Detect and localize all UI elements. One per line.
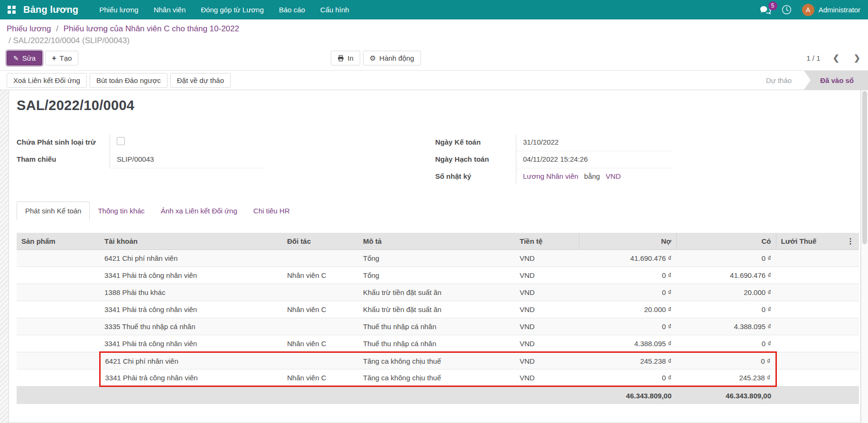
table-row[interactable]: 3341 Phải trả công nhân viênNhân viên CT… — [17, 267, 859, 284]
tab-phat-sinh-ke-toan[interactable]: Phát sinh Kế toán — [17, 202, 90, 220]
optional-columns-icon[interactable]: ⋮ — [838, 233, 859, 250]
status-step-posted[interactable]: Đã vào sổ — [804, 71, 868, 90]
col-header-description[interactable]: Mô tả — [358, 233, 515, 250]
nav-item-bao-cao[interactable]: Báo cáo — [272, 1, 312, 18]
user-menu[interactable]: A Administrator — [802, 4, 860, 16]
pager-previous-button[interactable]: ❮ — [833, 53, 840, 63]
col-header-credit[interactable]: Có — [676, 233, 776, 250]
cell-debit: 0 ₫ — [579, 369, 676, 386]
breadcrumb-link-payslips[interactable]: Phiếu lương — [7, 24, 51, 33]
apps-menu-icon[interactable] — [8, 6, 16, 14]
journal-currency-link[interactable]: VND — [606, 172, 621, 180]
activities-clock-icon[interactable] — [782, 5, 792, 15]
cell-description: Khấu trừ tiền đặt suất ăn — [358, 301, 515, 318]
cell-credit: 4.388.095 ₫ — [676, 318, 776, 335]
table-row[interactable]: 6421 Chi phí nhân viênTăng ca không chịu… — [17, 352, 859, 369]
cell-debit: 245.238 ₫ — [579, 352, 676, 369]
table-row[interactable]: 6421 Chi phí nhân viênTổngVND41.690.476 … — [17, 250, 859, 267]
reverse-entry-button[interactable]: Bút toán Đảo ngược — [90, 73, 168, 88]
col-header-currency[interactable]: Tiền tệ — [515, 233, 579, 250]
cell-partner: Nhân viên C — [282, 267, 358, 284]
nav-item-phieu-luong[interactable]: Phiếu lương — [93, 1, 145, 18]
cell-tax-grid — [776, 352, 838, 369]
posting-date-label: Ngày Hạch toán — [435, 151, 516, 167]
cell-description: Tăng ca không chịu thuế — [358, 352, 515, 369]
accounting-date-value: 31/10/2022 — [516, 134, 672, 151]
notebook-tabs: Phát sinh Kế toán Thông tin khác Ánh xạ … — [17, 202, 854, 220]
col-header-tax-grid[interactable]: Lưới Thuế — [776, 233, 838, 250]
cell-currency: VND — [515, 250, 579, 267]
posting-date-value: 04/11/2022 15:24:26 — [516, 151, 672, 168]
cell-account: 3341 Phải trả công nhân viên — [100, 301, 282, 318]
main-menu: Phiếu lương Nhân viên Đóng góp từ Lương … — [93, 1, 355, 18]
cell-currency: VND — [515, 301, 579, 318]
nav-item-dong-gop-tu-luong[interactable]: Đóng góp từ Lương — [194, 1, 271, 18]
cell-debit: 20.000 ₫ — [579, 301, 676, 318]
print-button[interactable]: In — [331, 51, 360, 65]
cell-credit: 41.690.476 ₫ — [676, 267, 776, 284]
pager-next-button[interactable]: ❯ — [854, 53, 860, 63]
cell-account: 3341 Phải trả công nhân viên — [100, 335, 282, 352]
reset-to-draft-button[interactable]: Đặt về dự thảo — [170, 73, 231, 88]
create-button[interactable]: + Tạo — [45, 51, 78, 65]
move-lines-body: 6421 Chi phí nhân viênTổngVND41.690.476 … — [17, 250, 859, 386]
cell-credit: 20.000 ₫ — [676, 284, 776, 301]
reference-value: SLIP/00043 — [110, 151, 266, 168]
table-row[interactable]: 3341 Phải trả công nhân viênNhân viên CK… — [17, 301, 859, 318]
col-header-debit[interactable]: Nợ — [579, 233, 676, 250]
table-row[interactable]: 3341 Phải trả công nhân viênNhân viên CT… — [17, 369, 859, 386]
col-header-partner[interactable]: Đối tác — [282, 233, 358, 250]
cell-description: Tổng — [358, 267, 515, 284]
tab-anh-xa-lien-ket-doi-ung[interactable]: Ánh xạ Liên kết Đối ứng — [153, 202, 245, 220]
gear-icon: ⚙ — [370, 55, 376, 62]
cell-account: 3335 Thuế thu nhập cá nhân — [100, 318, 282, 335]
exclude-moves-checkbox[interactable] — [117, 137, 125, 145]
form-sheet: SAL/2022/10/0004 Chứa Phát sinh loại trừ… — [9, 90, 861, 423]
printer-icon — [337, 55, 344, 62]
cell-account: 3341 Phải trả công nhân viên — [100, 267, 282, 284]
cell-credit: 0 ₫ — [676, 301, 776, 318]
journal-link[interactable]: Lương Nhân viên — [523, 172, 579, 180]
cell-credit: 0 ₫ — [676, 352, 776, 369]
col-header-account[interactable]: Tài khoản — [100, 233, 282, 250]
delete-reconciliation-button[interactable]: Xoá Liên kết Đối ứng — [7, 73, 87, 88]
cell-debit: 41.690.476 ₫ — [579, 250, 676, 267]
nav-item-cau-hinh[interactable]: Cấu hình — [314, 1, 356, 18]
cell-description: Thuế thu nhập cá nhân — [358, 318, 515, 335]
cell-currency: VND — [515, 284, 579, 301]
control-panel: ✎ Sửa + Tạo In ⚙ Hành động 1 / 1 ❮ ❯ — [0, 46, 868, 70]
tab-thong-tin-khac[interactable]: Thông tin khác — [90, 202, 152, 220]
tab-chi-tieu-hr[interactable]: Chi tiêu HR — [245, 202, 298, 220]
journal-mid-text: bằng — [584, 172, 600, 180]
cell-debit: 0 ₫ — [579, 284, 676, 301]
cell-currency: VND — [515, 267, 579, 284]
cell-product — [17, 284, 100, 301]
cell-product — [17, 301, 100, 318]
vertical-scrollbar[interactable] — [861, 90, 868, 423]
nav-item-nhan-vien[interactable]: Nhân viên — [147, 1, 193, 18]
status-step-draft[interactable]: Dự thảo — [754, 71, 804, 90]
cell-account: 6421 Chi phí nhân viên — [100, 352, 282, 369]
table-row[interactable]: 1388 Phải thu khácKhấu trừ tiền đặt suất… — [17, 284, 859, 301]
breadcrumb-separator: / — [56, 24, 58, 33]
table-row[interactable]: 3335 Thuế thu nhập cá nhânThuế thu nhập … — [17, 318, 859, 335]
table-footer-row: 46.343.809,00 46.343.809,00 — [17, 386, 859, 404]
cell-tax-grid — [776, 318, 838, 335]
table-row[interactable]: 3341 Phải trả công nhân viênNhân viên CT… — [17, 335, 859, 352]
accounting-date-label: Ngày Kế toán — [435, 134, 516, 150]
messages-icon[interactable]: 5 — [760, 6, 771, 14]
app-brand[interactable]: Bảng lương — [23, 4, 78, 15]
breadcrumb-link-payslip-record[interactable]: Phiếu lương của Nhân viên C cho tháng 10… — [64, 24, 239, 33]
scrollbar-thumb[interactable] — [862, 91, 867, 244]
cell-menu — [838, 369, 859, 386]
breadcrumb: Phiếu lương / Phiếu lương của Nhân viên … — [0, 19, 868, 46]
col-header-product[interactable]: Sản phẩm — [17, 233, 100, 250]
edit-button[interactable]: ✎ Sửa — [7, 51, 42, 65]
action-button[interactable]: ⚙ Hành động — [363, 51, 421, 65]
journal-label: Sổ nhật ký — [435, 168, 516, 184]
clock-icon — [782, 5, 792, 15]
table-header-row: Sản phẩm Tài khoản Đối tác Mô tả Tiền tệ… — [17, 233, 859, 250]
cell-partner — [282, 318, 358, 335]
cell-credit: 245.238 ₫ — [676, 369, 776, 386]
cell-credit: 0 ₫ — [676, 250, 776, 267]
